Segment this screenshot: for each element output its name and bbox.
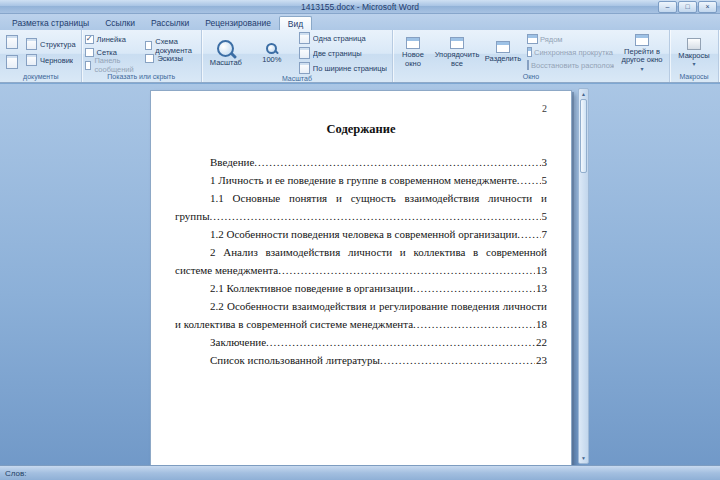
magnifier-icon — [217, 40, 234, 57]
new-window-button[interactable]: Новое окно — [396, 35, 430, 69]
dot-leader — [266, 333, 535, 351]
switch-windows-icon — [635, 34, 649, 46]
checkbox-box — [145, 54, 154, 63]
reset-position-icon — [527, 60, 529, 70]
toc-line: 2 Анализ взаимодействия личности и колле… — [175, 243, 547, 261]
zoom-100-button[interactable]: 100% — [251, 41, 293, 66]
maximize-button[interactable]: □ — [678, 1, 697, 13]
outline-view-button[interactable]: Структура — [24, 37, 78, 51]
group-macros: Макросы Макросы — [670, 30, 719, 82]
one-page-button[interactable]: Одна страница — [297, 31, 389, 45]
zoom-button[interactable]: Масштаб — [205, 38, 247, 69]
title-bar: 1413155.docx - Microsoft Word – □ × — [0, 0, 720, 14]
draft-view-icon — [26, 54, 37, 66]
checkbox-box — [85, 61, 92, 70]
checkbox-box — [145, 41, 152, 50]
ribbon: Структура Черновик документы ✓ Линейка С… — [0, 30, 720, 83]
print-layout-button[interactable] — [4, 33, 20, 51]
toc-line: 1.1 Основные понятия и сущность взаимоде… — [175, 189, 547, 207]
document-page[interactable]: 2 Содержание Введение 3 1 Личность и ее … — [150, 90, 572, 466]
ribbon-tab-strip: Разметка страницы Ссылки Рассылки Реценз… — [0, 14, 720, 30]
tab-review[interactable]: Рецензирование — [197, 16, 279, 30]
page-icon — [6, 35, 18, 49]
toc-line: Заключение 22 — [175, 333, 547, 351]
magnifier-icon — [266, 43, 277, 54]
document-map-checkbox[interactable]: Схема документа — [145, 40, 197, 52]
document-area: 2 Содержание Введение 3 1 Личность и ее … — [0, 84, 720, 466]
scrollbar-thumb[interactable] — [580, 99, 587, 173]
group-label-views: документы — [4, 73, 78, 82]
group-window: Новое окно Упорядочить все Разделить Ряд… — [393, 30, 670, 82]
draft-view-button[interactable]: Черновик — [24, 53, 78, 67]
dot-leader — [210, 207, 541, 225]
page-icon — [6, 55, 18, 69]
scrollbar-track[interactable] — [579, 173, 588, 453]
tab-page-layout[interactable]: Разметка страницы — [4, 16, 97, 30]
scroll-up-icon[interactable]: ▲ — [579, 89, 588, 99]
group-zoom: Масштаб 100% Одна страница Две страницы … — [202, 30, 393, 82]
window-controls: – □ × — [658, 1, 717, 13]
status-word-count: Слов: — [0, 469, 26, 478]
arrange-all-button[interactable]: Упорядочить все — [434, 35, 480, 69]
two-pages-button[interactable]: Две страницы — [297, 46, 389, 60]
checkbox-box — [85, 48, 94, 57]
page-width-icon — [299, 62, 310, 74]
group-document-views: Структура Черновик документы — [1, 30, 82, 82]
synchronous-scrolling-button[interactable]: Синхронная прокрутка — [526, 46, 614, 58]
page-number: 2 — [175, 103, 547, 114]
dot-leader — [254, 153, 540, 171]
minimize-button[interactable]: – — [658, 1, 677, 13]
toc-line: Введение 3 — [175, 153, 547, 171]
dot-leader — [413, 315, 535, 333]
new-window-icon — [406, 37, 420, 49]
message-bar-checkbox[interactable]: Панель сообщений — [85, 59, 142, 71]
dot-leader — [517, 171, 541, 189]
dot-leader — [413, 279, 535, 297]
sync-scroll-icon — [527, 47, 532, 57]
scroll-down-icon[interactable]: ▼ — [579, 453, 588, 463]
dot-leader — [278, 261, 535, 279]
group-show-hide: ✓ Линейка Сетка Панель сообщений Схема д… — [82, 30, 202, 82]
table-of-contents: Введение 3 1 Личность и ее поведение в г… — [175, 153, 547, 369]
group-label-show-hide: Показать или скрыть — [85, 73, 198, 82]
checkbox-box: ✓ — [85, 35, 94, 44]
toc-line: 2.2 Особенности взаимодействия и регулир… — [175, 297, 547, 315]
side-by-side-icon — [527, 34, 538, 44]
dot-leader — [380, 351, 535, 369]
status-bar: Слов: — [0, 465, 720, 480]
arrange-all-icon — [450, 37, 464, 49]
ruler-checkbox[interactable]: ✓ Линейка — [85, 33, 142, 45]
group-label-zoom: Масштаб — [205, 75, 389, 83]
toc-line: системе менеджмента 13 — [175, 261, 547, 279]
toc-line: 2.1 Коллективное поведение в организации… — [175, 279, 547, 297]
web-layout-button[interactable] — [4, 53, 20, 71]
close-button[interactable]: × — [698, 1, 717, 13]
group-label-macros: Макросы — [673, 73, 715, 82]
tab-references[interactable]: Ссылки — [97, 16, 143, 30]
toc-line: и коллектива в современной системе менед… — [175, 315, 547, 333]
outline-view-icon — [26, 38, 37, 50]
window-title: 1413155.docx - Microsoft Word — [301, 2, 419, 12]
toc-line: группы 5 — [175, 207, 547, 225]
group-label-window: Окно — [396, 73, 666, 82]
dot-leader — [517, 225, 540, 243]
toc-line: Список использованной литературы 23 — [175, 351, 547, 369]
thumbnails-checkbox[interactable]: Эскизы — [145, 53, 197, 65]
one-page-icon — [299, 32, 310, 44]
toc-line: 1 Личность и ее поведение в группе в сов… — [175, 171, 547, 189]
split-icon — [496, 41, 510, 53]
vertical-scrollbar[interactable]: ▲ ▼ — [578, 88, 589, 464]
switch-windows-button[interactable]: Перейти в другое окно — [618, 32, 666, 73]
view-side-by-side-button[interactable]: Рядом — [526, 33, 614, 45]
macros-button[interactable]: Макросы — [673, 36, 715, 69]
tab-mailings[interactable]: Рассылки — [143, 16, 197, 30]
two-pages-icon — [299, 47, 310, 59]
tab-view[interactable]: Вид — [279, 16, 312, 31]
document-heading: Содержание — [175, 122, 547, 137]
reset-window-position-button[interactable]: Восстановить расположение окна — [526, 59, 614, 71]
page-width-button[interactable]: По ширине страницы — [297, 61, 389, 75]
macros-icon — [687, 38, 701, 50]
split-button[interactable]: Разделить — [484, 39, 522, 65]
toc-line: 1.2 Особенности поведения человека в сов… — [175, 225, 547, 243]
